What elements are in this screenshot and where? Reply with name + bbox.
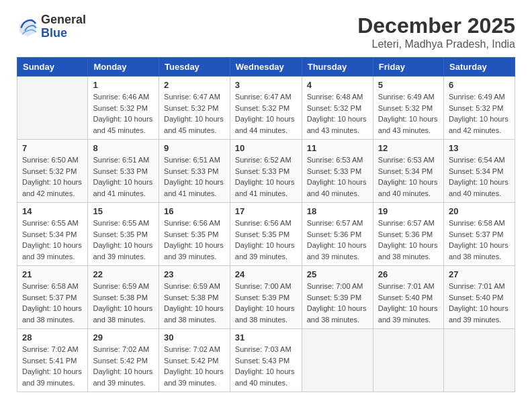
- weekday-header-tuesday: Tuesday: [159, 58, 230, 77]
- day-info: Sunrise: 6:56 AM Sunset: 5:35 PM Dayligh…: [164, 218, 225, 262]
- day-info: Sunrise: 7:01 AM Sunset: 5:40 PM Dayligh…: [449, 281, 510, 325]
- weekday-header-sunday: Sunday: [17, 58, 88, 77]
- day-number: 8: [93, 143, 154, 153]
- day-info: Sunrise: 6:49 AM Sunset: 5:32 PM Dayligh…: [449, 91, 510, 136]
- day-number: 30: [164, 332, 225, 342]
- day-info: Sunrise: 6:51 AM Sunset: 5:33 PM Dayligh…: [93, 154, 154, 199]
- day-info: Sunrise: 6:59 AM Sunset: 5:38 PM Dayligh…: [164, 281, 225, 325]
- day-info: Sunrise: 6:55 AM Sunset: 5:35 PM Dayligh…: [93, 218, 154, 262]
- header: General Blue December 2025 Leteri, Madhy…: [17, 13, 515, 50]
- calendar-cell: 21Sunrise: 6:58 AM Sunset: 5:37 PM Dayli…: [17, 266, 88, 329]
- day-info: Sunrise: 6:46 AM Sunset: 5:32 PM Dayligh…: [93, 91, 154, 136]
- calendar-cell: 6Sunrise: 6:49 AM Sunset: 5:32 PM Daylig…: [443, 77, 515, 140]
- day-info: Sunrise: 7:03 AM Sunset: 5:43 PM Dayligh…: [235, 344, 297, 388]
- calendar-cell: 12Sunrise: 6:53 AM Sunset: 5:34 PM Dayli…: [373, 140, 443, 203]
- calendar-cell: [373, 329, 443, 392]
- calendar-cell: 13Sunrise: 6:54 AM Sunset: 5:34 PM Dayli…: [443, 140, 515, 203]
- day-info: Sunrise: 7:02 AM Sunset: 5:42 PM Dayligh…: [93, 344, 154, 388]
- title-section: December 2025 Leteri, Madhya Pradesh, In…: [357, 13, 515, 50]
- day-number: 22: [93, 269, 154, 279]
- day-number: 29: [93, 332, 154, 342]
- calendar-cell: 15Sunrise: 6:55 AM Sunset: 5:35 PM Dayli…: [88, 203, 159, 266]
- weekday-header-row: SundayMondayTuesdayWednesdayThursdayFrid…: [17, 58, 515, 77]
- day-info: Sunrise: 6:57 AM Sunset: 5:36 PM Dayligh…: [307, 218, 368, 262]
- day-number: 18: [307, 206, 368, 216]
- logo-text: General Blue: [41, 13, 86, 40]
- day-info: Sunrise: 6:47 AM Sunset: 5:32 PM Dayligh…: [164, 91, 225, 136]
- day-info: Sunrise: 6:59 AM Sunset: 5:38 PM Dayligh…: [93, 281, 154, 325]
- calendar-cell: 24Sunrise: 7:00 AM Sunset: 5:39 PM Dayli…: [230, 266, 302, 329]
- month-year: December 2025: [357, 13, 515, 38]
- day-number: 26: [378, 269, 439, 279]
- weekday-header-thursday: Thursday: [302, 58, 373, 77]
- day-info: Sunrise: 7:00 AM Sunset: 5:39 PM Dayligh…: [235, 281, 297, 325]
- day-number: 21: [22, 269, 83, 279]
- day-info: Sunrise: 6:49 AM Sunset: 5:32 PM Dayligh…: [378, 91, 439, 136]
- day-info: Sunrise: 6:58 AM Sunset: 5:37 PM Dayligh…: [449, 218, 510, 262]
- day-number: 11: [307, 143, 368, 153]
- calendar-cell: 19Sunrise: 6:57 AM Sunset: 5:36 PM Dayli…: [373, 203, 443, 266]
- week-row-2: 7Sunrise: 6:50 AM Sunset: 5:32 PM Daylig…: [17, 140, 515, 203]
- day-number: 19: [378, 206, 439, 216]
- day-info: Sunrise: 7:00 AM Sunset: 5:39 PM Dayligh…: [307, 281, 368, 325]
- day-number: 13: [449, 143, 510, 153]
- calendar-table: SundayMondayTuesdayWednesdayThursdayFrid…: [17, 57, 515, 392]
- calendar-cell: 26Sunrise: 7:01 AM Sunset: 5:40 PM Dayli…: [373, 266, 443, 329]
- day-info: Sunrise: 6:56 AM Sunset: 5:35 PM Dayligh…: [235, 218, 297, 262]
- calendar-cell: 17Sunrise: 6:56 AM Sunset: 5:35 PM Dayli…: [230, 203, 302, 266]
- day-number: 7: [22, 143, 83, 153]
- calendar-cell: 4Sunrise: 6:48 AM Sunset: 5:32 PM Daylig…: [302, 77, 373, 140]
- day-info: Sunrise: 6:51 AM Sunset: 5:33 PM Dayligh…: [164, 154, 225, 199]
- day-info: Sunrise: 6:48 AM Sunset: 5:32 PM Dayligh…: [307, 91, 368, 136]
- day-info: Sunrise: 7:02 AM Sunset: 5:41 PM Dayligh…: [22, 344, 83, 388]
- day-number: 15: [93, 206, 154, 216]
- week-row-5: 28Sunrise: 7:02 AM Sunset: 5:41 PM Dayli…: [17, 329, 515, 392]
- day-number: 23: [164, 269, 225, 279]
- day-info: Sunrise: 6:53 AM Sunset: 5:34 PM Dayligh…: [378, 154, 439, 199]
- day-info: Sunrise: 6:54 AM Sunset: 5:34 PM Dayligh…: [449, 154, 510, 199]
- calendar-cell: 1Sunrise: 6:46 AM Sunset: 5:32 PM Daylig…: [88, 77, 159, 140]
- day-number: 14: [22, 206, 83, 216]
- calendar-cell: 10Sunrise: 6:52 AM Sunset: 5:33 PM Dayli…: [230, 140, 302, 203]
- day-number: 12: [378, 143, 439, 153]
- location: Leteri, Madhya Pradesh, India: [357, 38, 515, 50]
- week-row-3: 14Sunrise: 6:55 AM Sunset: 5:34 PM Dayli…: [17, 203, 515, 266]
- calendar-cell: [302, 329, 373, 392]
- day-number: 9: [164, 143, 225, 153]
- weekday-header-monday: Monday: [88, 58, 159, 77]
- weekday-header-wednesday: Wednesday: [230, 58, 302, 77]
- logo-icon: [17, 16, 38, 38]
- calendar-cell: 7Sunrise: 6:50 AM Sunset: 5:32 PM Daylig…: [17, 140, 88, 203]
- calendar-cell: 23Sunrise: 6:59 AM Sunset: 5:38 PM Dayli…: [159, 266, 230, 329]
- day-number: 31: [235, 332, 297, 342]
- calendar-cell: 22Sunrise: 6:59 AM Sunset: 5:38 PM Dayli…: [88, 266, 159, 329]
- day-number: 6: [449, 80, 510, 90]
- day-number: 20: [449, 206, 510, 216]
- day-info: Sunrise: 6:53 AM Sunset: 5:33 PM Dayligh…: [307, 154, 368, 199]
- day-info: Sunrise: 7:02 AM Sunset: 5:42 PM Dayligh…: [164, 344, 225, 388]
- calendar-cell: 18Sunrise: 6:57 AM Sunset: 5:36 PM Dayli…: [302, 203, 373, 266]
- day-info: Sunrise: 6:50 AM Sunset: 5:32 PM Dayligh…: [22, 154, 83, 199]
- calendar-cell: [443, 329, 515, 392]
- day-number: 1: [93, 80, 154, 90]
- day-number: 17: [235, 206, 297, 216]
- calendar-cell: 27Sunrise: 7:01 AM Sunset: 5:40 PM Dayli…: [443, 266, 515, 329]
- day-number: 28: [22, 332, 83, 342]
- day-number: 25: [307, 269, 368, 279]
- calendar-cell: 14Sunrise: 6:55 AM Sunset: 5:34 PM Dayli…: [17, 203, 88, 266]
- calendar-cell: 20Sunrise: 6:58 AM Sunset: 5:37 PM Dayli…: [443, 203, 515, 266]
- week-row-1: 1Sunrise: 6:46 AM Sunset: 5:32 PM Daylig…: [17, 77, 515, 140]
- calendar-cell: 5Sunrise: 6:49 AM Sunset: 5:32 PM Daylig…: [373, 77, 443, 140]
- day-info: Sunrise: 6:52 AM Sunset: 5:33 PM Dayligh…: [235, 154, 297, 199]
- day-number: 2: [164, 80, 225, 90]
- calendar-cell: 30Sunrise: 7:02 AM Sunset: 5:42 PM Dayli…: [159, 329, 230, 392]
- day-info: Sunrise: 7:01 AM Sunset: 5:40 PM Dayligh…: [378, 281, 439, 325]
- calendar-cell: 28Sunrise: 7:02 AM Sunset: 5:41 PM Dayli…: [17, 329, 88, 392]
- day-number: 27: [449, 269, 510, 279]
- calendar-cell: [17, 77, 88, 140]
- weekday-header-friday: Friday: [373, 58, 443, 77]
- calendar-cell: 3Sunrise: 6:47 AM Sunset: 5:32 PM Daylig…: [230, 77, 302, 140]
- day-number: 4: [307, 80, 368, 90]
- calendar-cell: 2Sunrise: 6:47 AM Sunset: 5:32 PM Daylig…: [159, 77, 230, 140]
- calendar-cell: 25Sunrise: 7:00 AM Sunset: 5:39 PM Dayli…: [302, 266, 373, 329]
